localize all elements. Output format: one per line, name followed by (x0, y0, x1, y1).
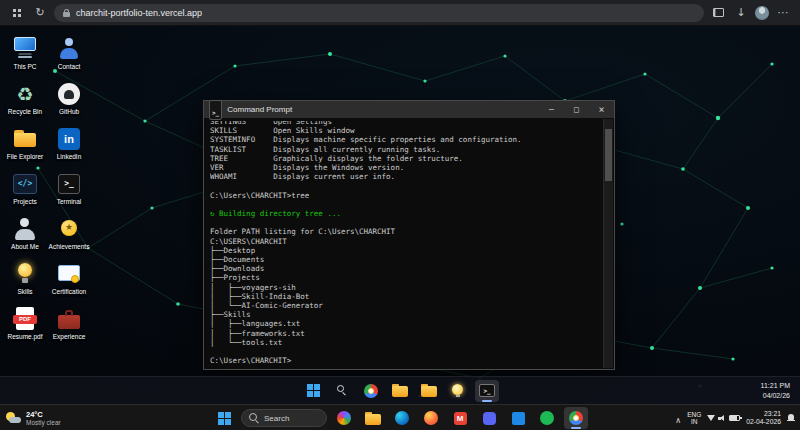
address-bar[interactable]: charchit-portfolio-ten.vercel.app (54, 4, 704, 22)
terminal-line: │ ├──frameworks.txt (210, 329, 600, 338)
portfolio-date: 04/02/26 (761, 391, 790, 400)
briefcase-icon (54, 306, 84, 332)
scrollbar-thumb[interactable] (605, 129, 612, 181)
desktop-icon-label: File Explorer (7, 153, 43, 161)
search-icon[interactable] (330, 380, 354, 402)
gmail-icon[interactable] (448, 407, 472, 429)
start-glyph (307, 384, 320, 397)
desktop-icon-file-explorer[interactable]: File Explorer (4, 124, 46, 169)
recycle-icon (10, 81, 40, 107)
desktop-icon-label: Contact (58, 63, 80, 71)
pdf-icon (10, 306, 40, 332)
firefox-icon[interactable] (419, 407, 443, 429)
profile-avatar[interactable] (755, 6, 769, 20)
maximize-button[interactable] (564, 101, 589, 118)
search-glyph (336, 384, 349, 397)
folder-icon[interactable] (388, 380, 412, 402)
desktop-icon-experience[interactable]: Experience (48, 304, 90, 349)
desktop-icon-resume-pdf[interactable]: Resume.pdf (4, 304, 46, 349)
notifications-icon[interactable] (787, 414, 795, 423)
folder-glyph (365, 412, 381, 425)
desktop-icon-label: Certification (52, 288, 86, 296)
folder-icon[interactable] (361, 407, 385, 429)
refresh-icon[interactable] (31, 4, 49, 22)
vscode-glyph (512, 412, 525, 425)
lightbulb-icon (10, 261, 40, 287)
edge-icon[interactable] (390, 407, 414, 429)
portfolio-clock[interactable]: 11:21 PM 04/02/26 (761, 377, 790, 404)
terminal-line (210, 347, 600, 356)
terminal-line (210, 218, 600, 227)
terminal-output[interactable]: SETTINGS Open SettingsSKILLS Open Skills… (204, 118, 614, 369)
folder-glyph (421, 384, 437, 397)
start-icon[interactable] (301, 380, 325, 402)
contact-icon (54, 36, 84, 62)
minimize-button[interactable] (539, 101, 564, 118)
quick-settings[interactable] (707, 414, 740, 422)
desktop-icon-certification[interactable]: Certification (48, 259, 90, 304)
weather-widget[interactable]: 24°C Mostly clear (6, 410, 61, 427)
desktop-icon-github[interactable]: GitHub (48, 79, 90, 124)
firefox-glyph (424, 411, 438, 425)
desktop-icon-label: This PC (13, 63, 36, 71)
clock[interactable]: 23:21 02-04-2026 (746, 410, 781, 426)
desktop-icon-terminal[interactable]: Terminal (48, 169, 90, 214)
terminal-line: C:\Users\CHARCHIT> (210, 356, 600, 365)
taskbar-search[interactable]: Search (241, 409, 327, 427)
terminal-scrollbar[interactable] (603, 119, 613, 368)
language-indicator[interactable]: ENG IN (687, 411, 701, 426)
tab-overview-icon[interactable] (8, 4, 26, 22)
desktop-icon-label: Projects (13, 198, 36, 206)
url-text: charchit-portfolio-ten.vercel.app (76, 8, 671, 18)
browser-menu-icon[interactable] (774, 4, 792, 22)
tray-date: 02-04-2026 (746, 418, 781, 426)
desktop-icon-achievements[interactable]: Achievements (48, 214, 90, 259)
desktop-icon-about-me[interactable]: About Me (4, 214, 46, 259)
desktop-icon-linkedin[interactable]: LinkedIn (48, 124, 90, 169)
lightbulb-icon[interactable] (446, 380, 470, 402)
terminal-line: WHOAMI Displays current user info. (210, 172, 600, 181)
system-tray: ENG IN 23:21 02-04-2026 (675, 409, 795, 427)
windows-logo-icon (218, 412, 231, 425)
browser-toolbar: charchit-portfolio-ten.vercel.app (0, 0, 800, 26)
downloads-icon[interactable] (732, 4, 750, 22)
desktop-icon-recycle-bin[interactable]: Recycle Bin (4, 79, 46, 124)
desktop-icon-label: Terminal (57, 198, 82, 206)
vscode-icon[interactable] (506, 407, 530, 429)
desktop-icon-skills[interactable]: Skills (4, 259, 46, 304)
desktop-icon-contact[interactable]: Contact (48, 34, 90, 79)
terminal-icon[interactable] (475, 380, 499, 402)
certificate-icon (54, 261, 84, 287)
folder-icon[interactable] (417, 380, 441, 402)
spinner-icon: ↻ (210, 209, 219, 218)
spotify-icon[interactable] (535, 407, 559, 429)
terminal-line: SYSTEMINFO Displays machine specific pro… (210, 135, 600, 144)
bookmark-star-icon[interactable] (677, 4, 695, 22)
chrome-glyph (569, 411, 583, 425)
desktop-icon-label: Achievements (49, 243, 90, 251)
command-prompt-titlebar[interactable]: Command Prompt (204, 101, 614, 118)
terminal-line: ├──Desktop (210, 246, 600, 255)
window-title: Command Prompt (227, 105, 292, 114)
terminal-line: ├──Projects (210, 273, 600, 282)
folder-icon (10, 126, 40, 152)
code-icon (10, 171, 40, 197)
gmail-glyph (454, 412, 467, 425)
desktop-icon-this-pc[interactable]: This PC (4, 34, 46, 79)
tray-chevron-icon[interactable] (675, 409, 681, 427)
chrome-icon[interactable] (359, 380, 383, 402)
wifi-icon (707, 415, 715, 421)
portfolio-taskbar: 11:21 PM 04/02/26 (0, 376, 800, 404)
chrome-icon[interactable] (564, 407, 588, 429)
copilot-icon[interactable] (332, 407, 356, 429)
start-button[interactable] (212, 407, 236, 429)
desktop-icon-projects[interactable]: Projects (4, 169, 46, 214)
close-button[interactable] (589, 101, 614, 118)
split-screen-icon[interactable] (709, 4, 727, 22)
desktop-icon-label: GitHub (59, 108, 79, 116)
discord-glyph (483, 412, 496, 425)
desktop-icon-grid: This PC Contact Recycle Bin GitHub File … (4, 34, 90, 349)
search-label: Search (264, 414, 289, 423)
discord-icon[interactable] (477, 407, 501, 429)
terminal-line: VER Displays the Windows version. (210, 163, 600, 172)
